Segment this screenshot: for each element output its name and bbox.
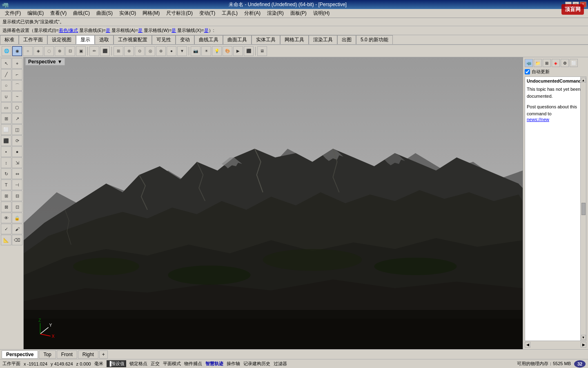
settings-grid-link[interactable]: 是 [172, 27, 176, 34]
text-tool[interactable]: T [1, 180, 11, 190]
op-axis[interactable]: 操作轴 [227, 361, 240, 367]
grid-display-icon[interactable]: ⊞ [114, 46, 123, 56]
tab-设定视图[interactable]: 设定视图 [47, 35, 76, 44]
tab-5.0-的新功能[interactable]: 5.0 的新功能 [356, 35, 393, 44]
osnap-icon[interactable]: ◎ [145, 46, 155, 56]
viewport-dropdown-arrow[interactable]: ▼ [57, 59, 62, 65]
palette-btn[interactable]: ◈ [552, 59, 560, 67]
menu-item-曲面S[interactable]: 曲面(S) [93, 9, 116, 18]
menu-item-编辑E[interactable]: 编辑(E) [24, 9, 47, 18]
tab-曲面工具[interactable]: 曲面工具 [223, 35, 252, 44]
menu-item-分析A[interactable]: 分析(A) [241, 9, 264, 18]
lock-grid[interactable]: 锁定格点 [129, 361, 147, 367]
group-tool[interactable]: ⊠ [1, 202, 11, 212]
array2-tool[interactable]: ⊟ [12, 191, 22, 201]
tab-出图[interactable]: 出图 [337, 35, 356, 44]
viewport-label[interactable]: Perspective ▼ [25, 58, 65, 65]
material-icon[interactable]: 🎨 [223, 46, 232, 56]
expand2-btn[interactable]: ⬜ [570, 59, 578, 67]
extrude-tool[interactable]: ⬛ [1, 135, 11, 146]
eraser-tool[interactable]: ⌫ [12, 235, 22, 245]
tab-曲线工具[interactable]: 曲线工具 [194, 35, 223, 44]
panel-link[interactable]: news://new [527, 117, 584, 122]
render2-icon[interactable]: ⬛ [244, 46, 254, 56]
sphere3d-tool[interactable]: ● [12, 146, 22, 157]
revolve-tool[interactable]: ⟳ [12, 135, 22, 146]
menu-item-实体O[interactable]: 实体(O) [116, 9, 139, 18]
scroll-thumb[interactable] [581, 203, 586, 215]
settings-btn[interactable]: ⚙ [561, 59, 569, 67]
curve-tool[interactable]: ∪ [1, 91, 11, 102]
settings-axis-link[interactable]: 是 [204, 27, 209, 34]
arc-tool[interactable]: ⌒ [12, 80, 22, 91]
surface2-tool[interactable]: ◫ [12, 124, 22, 135]
rhino-logo-btn[interactable]: 🦏 [525, 59, 533, 67]
tab-变动[interactable]: 变动 [176, 35, 194, 44]
polygon-tool[interactable]: ⬡ [12, 102, 22, 113]
rotate-tool[interactable]: ↻ [1, 168, 11, 179]
measure-tool[interactable]: 📐 [1, 235, 11, 245]
hide-tool[interactable]: 👁 [1, 213, 11, 223]
history[interactable]: 记录建构历史 [243, 361, 270, 367]
move-tool[interactable]: ↕ [1, 157, 11, 168]
viewport-area[interactable]: Perspective ▼ [24, 57, 523, 349]
folder-btn[interactable]: 📁 [534, 59, 542, 67]
display3d-icon[interactable]: ⬛ [100, 46, 110, 56]
snap-icon[interactable]: ⊙ [135, 46, 145, 56]
tab-可见性[interactable]: 可见性 [152, 35, 176, 44]
tab-标准[interactable]: 标准 [0, 35, 19, 44]
surface-tool[interactable]: ⬜ [1, 124, 11, 135]
tangent-tool[interactable]: ↗ [12, 113, 22, 124]
tab-right[interactable]: Right [78, 350, 98, 359]
menu-item-说明H[interactable]: 说明(H) [310, 9, 333, 18]
pen-icon[interactable]: ✏ [89, 46, 99, 56]
panel-next-btn[interactable]: ▶ [581, 342, 586, 348]
shaded-icon[interactable]: ◉ [12, 46, 22, 56]
scroll-down-btn[interactable]: ▼ [581, 335, 586, 340]
camera-icon[interactable]: 📷 [191, 46, 200, 56]
xray-icon[interactable]: ⊕ [55, 46, 65, 56]
menu-item-网格M[interactable]: 网格(M) [139, 9, 163, 18]
scale-tool[interactable]: ⇲ [12, 157, 22, 168]
auto-update-checkbox[interactable] [525, 69, 530, 74]
tab-渲染工具[interactable]: 渲染工具 [309, 35, 337, 44]
tab-网格工具[interactable]: 网格工具 [280, 35, 309, 44]
box-tool[interactable]: ▪ [1, 146, 11, 157]
tab-perspective[interactable]: Perspective [2, 350, 38, 359]
edit-pts-tool[interactable]: ⊞ [1, 113, 11, 124]
line-tool[interactable]: ╱ [1, 69, 11, 80]
tab-top[interactable]: Top [39, 350, 56, 359]
dim-tool[interactable]: ⊣ [12, 180, 22, 190]
settings-bbox-link[interactable]: 是 [138, 27, 143, 34]
smart-track[interactable]: 智慧轨迹 [205, 361, 223, 367]
array-tool[interactable]: ⊞ [1, 191, 11, 201]
tab-选取[interactable]: 选取 [95, 35, 114, 44]
sun-icon[interactable]: ☀ [201, 46, 211, 56]
settings-display-mode-link[interactable]: 着色/像式 [59, 27, 78, 34]
rectangle-tool[interactable]: ▭ [1, 102, 11, 113]
menu-item-渲染R[interactable]: 渲染(R) [264, 9, 287, 18]
light-icon[interactable]: 💡 [212, 46, 222, 56]
technical-icon[interactable]: ⊡ [65, 46, 75, 56]
tab-显示[interactable]: 显示 [76, 35, 95, 44]
smarttrack-icon[interactable]: ⊛ [156, 46, 166, 56]
filter-icon[interactable]: ▼ [177, 46, 187, 56]
circle-tool[interactable]: ○ [1, 80, 11, 91]
monitor-icon[interactable]: 🖥 [257, 46, 267, 56]
filter[interactable]: 过滤器 [274, 361, 287, 367]
settings-curves-link[interactable]: 是 [106, 27, 110, 34]
wireframe-icon[interactable]: ○ [23, 46, 33, 56]
block-tool[interactable]: ⊡ [12, 202, 22, 212]
menu-item-文件F[interactable]: 文件(F) [2, 9, 24, 18]
mirror-tool[interactable]: ⇔ [12, 168, 22, 179]
menu-item-面板P[interactable]: 面板(P) [287, 9, 310, 18]
select-chain-tool[interactable]: ⌖ [12, 58, 22, 69]
select-tool[interactable]: ↖ [1, 58, 11, 69]
tab-front[interactable]: Front [57, 350, 77, 359]
polyline-tool[interactable]: ⌐ [12, 69, 22, 80]
menu-item-曲线C[interactable]: 曲线(C) [70, 9, 93, 18]
paint-tool[interactable]: 🖌 [12, 224, 22, 234]
scroll-up-btn[interactable]: ▲ [581, 78, 586, 83]
obj-snap[interactable]: 物件捕点 [184, 361, 202, 367]
tab-工作平面[interactable]: 工作平面 [19, 35, 47, 44]
